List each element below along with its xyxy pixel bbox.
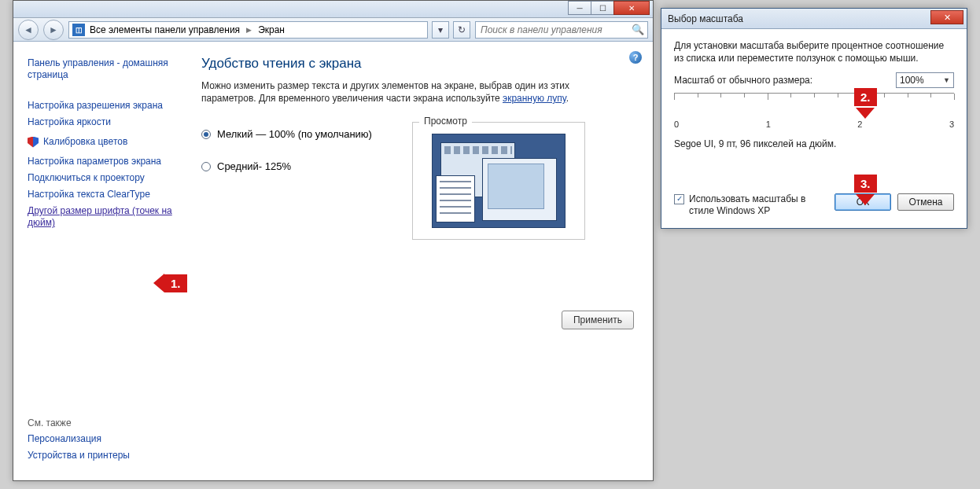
- control-panel-icon: ◫: [72, 24, 85, 36]
- marker-1: 1.: [153, 274, 187, 292]
- ruler-label-0: 0: [674, 119, 679, 129]
- see-also-personalization[interactable]: Персонализация: [28, 433, 175, 445]
- checkbox-icon: ✓: [674, 194, 684, 204]
- sample-text: Segoe UI, 9 пт, 96 пикселей на дюйм.: [674, 138, 954, 151]
- xp-checkbox-label: Использовать масштабы в стиле Windows XP: [689, 193, 816, 217]
- size-options: Мелкий — 100% (по умолчанию) Средний- 12…: [201, 122, 406, 193]
- scale-value: 100%: [900, 75, 924, 86]
- scale-combobox[interactable]: 100% ▼: [896, 72, 954, 88]
- arrow-down-icon: [856, 194, 875, 205]
- breadcrumb-root[interactable]: Все элементы панели управления: [90, 24, 240, 35]
- preview-box: Просмотр: [412, 122, 585, 240]
- ruler-label-3: 3: [949, 119, 954, 129]
- marker-2-label: 2.: [854, 88, 877, 106]
- radio-icon: [201, 130, 211, 139]
- search-input[interactable]: [479, 24, 632, 36]
- marker-2: 2.: [854, 88, 877, 119]
- sidebar-item-custom-dpi[interactable]: Другой размер шрифта (точек на дюйм): [28, 205, 175, 229]
- radio-icon: [201, 162, 211, 171]
- sidebar-item-brightness[interactable]: Настройка яркости: [28, 116, 175, 128]
- address-bar[interactable]: ◫ Все элементы панели управления ▶ Экран: [68, 21, 428, 39]
- see-also-title: См. также: [28, 417, 175, 428]
- radio-medium-label: Средний- 125%: [217, 160, 291, 172]
- radio-small-label: Мелкий — 100% (по умолчанию): [217, 128, 372, 140]
- dialog-close-button[interactable]: ✕: [930, 10, 963, 24]
- navbar: ◄ ► ◫ Все элементы панели управления ▶ Э…: [13, 18, 653, 42]
- titlebar: ─ ☐ ✕: [13, 1, 653, 18]
- sidebar-item-calibrate[interactable]: Калибровка цветов: [43, 136, 127, 148]
- control-panel-window: ─ ☐ ✕ ◄ ► ◫ Все элементы панели управлен…: [13, 0, 654, 481]
- preview-legend: Просмотр: [419, 116, 472, 127]
- custom-dpi-dialog: Выбор масштаба ✕ Для установки масштаба …: [661, 8, 967, 229]
- marker-3: 3.: [854, 175, 877, 205]
- xp-style-checkbox[interactable]: ✓ Использовать масштабы в стиле Windows …: [674, 193, 816, 217]
- magnifier-link[interactable]: экранную лупу: [503, 93, 566, 104]
- maximize-button[interactable]: ☐: [591, 1, 614, 15]
- page-title: Удобство чтения с экрана: [201, 56, 634, 72]
- dialog-title: Выбор масштаба: [668, 13, 743, 24]
- search-icon: 🔍: [632, 24, 644, 35]
- search-box[interactable]: 🔍: [475, 21, 648, 39]
- breadcrumb-leaf[interactable]: Экран: [258, 24, 285, 35]
- scale-label: Масштаб от обычного размера:: [674, 75, 812, 86]
- arrow-down-icon: [856, 108, 875, 119]
- radio-small[interactable]: Мелкий — 100% (по умолчанию): [201, 128, 406, 140]
- addressbar-dropdown[interactable]: ▾: [432, 21, 449, 39]
- apply-button[interactable]: Применить: [562, 311, 634, 329]
- marker-3-label: 3.: [854, 175, 877, 193]
- back-button[interactable]: ◄: [18, 20, 39, 40]
- sidebar-item-home[interactable]: Панель управления - домашняя страница: [28, 57, 175, 81]
- content-pane: ? Удобство чтения с экрана Можно изменит…: [182, 42, 653, 480]
- sidebar-item-projector[interactable]: Подключиться к проектору: [28, 172, 175, 184]
- shield-icon: [28, 137, 39, 148]
- sidebar-item-resolution[interactable]: Настройка разрешения экрана: [28, 100, 175, 112]
- window-controls: ─ ☐ ✕: [569, 1, 650, 15]
- see-also-section: См. также Персонализация Устройства и пр…: [28, 417, 175, 466]
- marker-1-label: 1.: [164, 274, 187, 292]
- refresh-button[interactable]: ↻: [453, 21, 470, 39]
- ruler-label-2: 2: [857, 119, 862, 129]
- desc-text-end: .: [566, 93, 569, 104]
- close-button[interactable]: ✕: [613, 1, 650, 15]
- arrow-left-icon: [153, 274, 164, 292]
- cancel-button[interactable]: Отмена: [897, 193, 954, 211]
- dialog-intro: Для установки масштаба выберите процентн…: [674, 40, 954, 64]
- forward-button[interactable]: ►: [43, 20, 64, 40]
- sidebar-item-cleartype[interactable]: Настройка текста ClearType: [28, 189, 175, 200]
- page-description: Можно изменить размер текста и других эл…: [201, 79, 626, 105]
- dialog-titlebar: Выбор масштаба ✕: [661, 9, 967, 29]
- minimize-button[interactable]: ─: [568, 1, 591, 15]
- chevron-right-icon: ▶: [246, 26, 252, 34]
- radio-medium[interactable]: Средний- 125%: [201, 160, 406, 172]
- chevron-down-icon: ▼: [943, 76, 950, 84]
- preview-image: [432, 134, 566, 228]
- ruler-labels: 0 1 2 3: [674, 119, 954, 129]
- scale-ruler[interactable]: [674, 93, 954, 116]
- sidebar-item-display-params[interactable]: Настройка параметров экрана: [28, 156, 175, 167]
- see-also-devices[interactable]: Устройства и принтеры: [28, 450, 175, 461]
- ruler-label-1: 1: [766, 119, 771, 129]
- help-icon[interactable]: ?: [629, 51, 642, 64]
- sidebar: Панель управления - домашняя страница На…: [13, 42, 182, 480]
